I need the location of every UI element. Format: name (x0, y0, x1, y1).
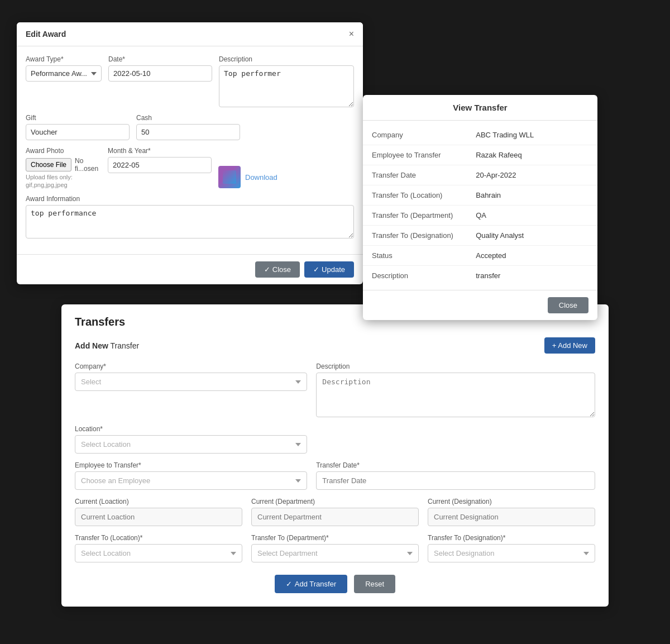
month-year-group: Month & Year* (108, 147, 212, 188)
month-year-input[interactable] (108, 157, 212, 173)
edit-award-header: Edit Award × (17, 22, 363, 46)
tf-current-location-label: Current (Loaction) (75, 498, 242, 505)
tf-to-designation-select[interactable]: Select Designation (428, 544, 595, 562)
add-new-suffix: Transfer (108, 341, 139, 350)
transfers-form: Company* Select Description Location* Se… (75, 362, 595, 593)
tf-description-label: Description (316, 362, 595, 370)
award-date-input[interactable] (108, 65, 212, 82)
update-checkmark-icon: ✓ (313, 265, 319, 274)
tf-current-designation-label: Current (Designation) (428, 498, 595, 505)
award-date-label: Date* (108, 55, 212, 63)
vt-label-department: Transfer To (Department) (372, 211, 476, 220)
file-input-wrapper: Choose File No fi...osen (26, 157, 101, 173)
vt-label-description: Description (372, 271, 476, 280)
cash-input[interactable] (136, 124, 240, 140)
tf-current-location-group: Current (Loaction) (75, 498, 242, 526)
vt-row-employee: Employee to Transfer Razak Rafeeq (363, 145, 597, 165)
spacer-group (247, 114, 354, 140)
award-desc-label: Description (219, 55, 354, 63)
tf-row-company-desc: Company* Select Description (75, 362, 595, 417)
vt-label-status: Status (372, 251, 476, 260)
tf-employee-select[interactable]: Choose an Employee (75, 471, 307, 490)
tf-company-select[interactable]: Select (75, 373, 307, 391)
gift-label: Gift (26, 114, 130, 122)
tf-current-department-label: Current (Department) (251, 498, 419, 505)
vt-row-location: Transfer To (Location) Bahrain (363, 185, 597, 206)
award-type-select[interactable]: Peformance Aw... (26, 65, 102, 82)
vt-row-description: Description transfer (363, 266, 597, 285)
vt-value-employee: Razak Rafeeq (476, 151, 588, 159)
tf-row-current: Current (Loaction) Current (Department) … (75, 498, 595, 526)
tf-description-textarea[interactable] (316, 373, 595, 417)
edit-award-modal: Edit Award × Award Type* Peformance Aw..… (17, 22, 363, 284)
add-transfer-check-icon (286, 580, 292, 588)
tf-row-location: Location* Select Location (75, 425, 595, 454)
gift-group: Gift (26, 114, 130, 140)
tf-location-select[interactable]: Select Location (75, 435, 307, 454)
vt-row-designation: Transfer To (Designation) Quality Analys… (363, 226, 597, 246)
award-type-label: Award Type* (26, 55, 102, 63)
tf-current-department-group: Current (Department) (251, 498, 419, 526)
update-label: Update (322, 265, 345, 274)
month-year-label: Month & Year* (108, 147, 212, 155)
tf-company-label: Company* (75, 362, 307, 370)
cash-group: Cash (136, 114, 240, 140)
image-preview-group: Download (218, 147, 354, 188)
tf-to-location-select[interactable]: Select Location (75, 544, 242, 562)
view-transfer-footer: Close (363, 290, 597, 320)
tf-transfer-date-label: Transfer Date* (316, 461, 595, 469)
award-date-group: Date* (108, 55, 212, 107)
tf-transfer-date-input[interactable] (316, 471, 595, 490)
edit-award-close-icon[interactable]: × (349, 29, 354, 39)
close-checkmark-icon: ✓ (264, 265, 270, 274)
file-name-label: No fi...osen (75, 157, 101, 173)
add-new-header: Add New Transfer + Add New (75, 337, 595, 354)
edit-award-footer: ✓ Close ✓ Update (17, 254, 363, 284)
vt-value-location: Bahrain (476, 191, 588, 199)
add-new-bold: Add New (75, 341, 108, 350)
vt-label-location: Transfer To (Location) (372, 191, 476, 199)
reset-button[interactable]: Reset (354, 575, 395, 593)
tf-to-department-group: Transfer To (Department)* Select Departm… (251, 534, 419, 562)
view-transfer-header: View Transfer (363, 95, 597, 121)
svg-rect-0 (223, 170, 236, 184)
tf-company-group: Company* Select (75, 362, 307, 417)
tf-current-location-input (75, 508, 242, 526)
vt-label-company: Company (372, 131, 476, 139)
add-new-button[interactable]: + Add New (544, 337, 595, 354)
award-info-label: Award Information (26, 195, 354, 203)
view-transfer-body: Company ABC Trading WLL Employee to Tran… (363, 121, 597, 290)
upload-hint2: gif,png,jpg,jpeg (26, 182, 101, 188)
tf-to-department-select[interactable]: Select Department (251, 544, 419, 562)
award-info-textarea[interactable]: top performance (26, 205, 354, 238)
tf-to-location-group: Transfer To (Location)* Select Location (75, 534, 242, 562)
tf-employee-label: Employee to Transfer* (75, 461, 307, 469)
award-description-group: Description Top performer (219, 55, 354, 107)
vt-value-designation: Quality Analyst (476, 231, 588, 240)
tf-row-location-spacer (316, 425, 595, 454)
vt-value-status: Accepted (476, 251, 588, 260)
close-modal-button[interactable]: ✓ Close (255, 261, 300, 278)
gift-input[interactable] (26, 124, 130, 140)
transfers-section: Transfers Add New Transfer + Add New Com… (61, 304, 609, 607)
vt-row-date: Transfer Date 20-Apr-2022 (363, 165, 597, 185)
award-info-group: Award Information top performance (26, 195, 354, 238)
update-button[interactable]: ✓ Update (304, 261, 354, 278)
award-row-2: Gift Cash (26, 114, 354, 140)
add-transfer-button[interactable]: Add Transfer (275, 575, 347, 593)
tf-current-department-input (251, 508, 419, 526)
choose-file-button[interactable]: Choose File (26, 158, 71, 171)
tf-location-group: Location* Select Location (75, 425, 307, 454)
award-image-preview (218, 166, 241, 188)
award-desc-textarea[interactable]: Top performer (219, 65, 354, 107)
close-view-transfer-button[interactable]: Close (548, 297, 588, 313)
cash-label: Cash (136, 114, 240, 122)
view-transfer-modal: View Transfer Company ABC Trading WLL Em… (363, 95, 597, 320)
vt-row-status: Status Accepted (363, 246, 597, 266)
tf-to-designation-label: Transfer To (Designation)* (428, 534, 595, 542)
tf-row-employee-date: Employee to Transfer* Choose an Employee… (75, 461, 595, 490)
download-link[interactable]: Download (245, 173, 277, 182)
award-row-4: Award Information top performance (26, 195, 354, 238)
tf-description-group: Description (316, 362, 595, 417)
tf-transfer-date-group: Transfer Date* (316, 461, 595, 490)
